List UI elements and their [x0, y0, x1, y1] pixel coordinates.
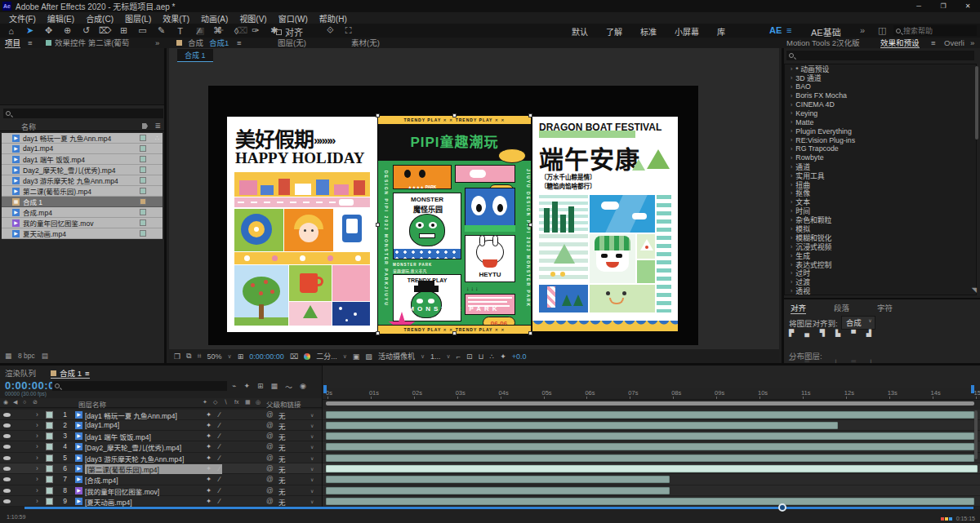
chevron-down-icon[interactable]: ∨	[310, 412, 314, 418]
effects-category-row[interactable]: ›抠像	[785, 188, 976, 197]
zoom-level-dropdown[interactable]: 50%	[207, 352, 222, 361]
fast-previews-icon[interactable]: ⊡	[466, 352, 473, 361]
expander-icon[interactable]: ›	[791, 66, 792, 72]
frame-blend-switch-icon[interactable]: ✦	[206, 475, 212, 483]
effects-category-row[interactable]: ›RE:Vision Plug-ins	[785, 135, 976, 144]
roto-brush-tool-icon[interactable]: ✑	[246, 25, 265, 36]
visibility-eye-icon[interactable]	[3, 499, 11, 503]
chevron-down-icon[interactable]: ∨	[310, 499, 314, 504]
tab-motion-tools[interactable]: Motion Tools 2汉化版	[786, 38, 860, 48]
parent-dropdown[interactable]: 无	[278, 432, 286, 441]
timeline-layer-row[interactable]: ›9▶[夏天动画.mp4]✦∕@无∨	[0, 496, 322, 507]
project-search-box[interactable]	[3, 109, 163, 118]
expander-icon[interactable]: ›	[791, 119, 792, 125]
timeline-track-row[interactable]	[323, 496, 980, 507]
timeline-layer-row[interactable]: ›6▶[第二课(葡萄乐园).mp4]✦∕@无∨	[0, 463, 322, 474]
expander-icon[interactable]: ›	[791, 262, 792, 268]
flowchart-icon[interactable]: ∴	[490, 352, 495, 361]
grid-guides-icon[interactable]: ⊞	[238, 352, 244, 361]
snap-option[interactable]: 对齐	[276, 25, 303, 38]
selection-handle[interactable]	[528, 223, 532, 227]
timeline-track-row[interactable]	[323, 431, 980, 441]
effects-category-row[interactable]: ›表达式控制	[785, 260, 976, 269]
timeline-layer-row[interactable]: ›4▶[Day2_摩天轮_雪儿(优秀).mp4]✦∕@无∨	[0, 441, 322, 452]
viewer-comp-tab[interactable]: 合成 1	[177, 49, 213, 62]
effects-category-row[interactable]: ›Boris FX Mocha	[785, 91, 976, 100]
quality-switch-icon[interactable]: ∕	[219, 454, 220, 462]
expand-arrow-icon[interactable]: ›	[36, 432, 38, 440]
project-item-row[interactable]: ▶夏天动画.mp4	[2, 228, 163, 239]
always-preview-icon[interactable]: ❐	[174, 352, 180, 361]
project-panel-menu-icon[interactable]: ≡	[28, 38, 33, 48]
pickwhip-icon[interactable]: @	[266, 486, 274, 494]
expander-icon[interactable]: ›	[791, 217, 792, 223]
label-color-swatch[interactable]	[140, 145, 146, 152]
parent-dropdown[interactable]: 无	[278, 442, 286, 452]
label-color-swatch[interactable]	[140, 188, 146, 194]
expander-icon[interactable]: ›	[791, 93, 792, 99]
chevron-down-icon[interactable]: ∨	[310, 488, 314, 494]
label-color-swatch[interactable]	[46, 487, 53, 494]
expander-icon[interactable]: ›	[791, 75, 792, 81]
frame-blend-switch-icon[interactable]: ✦	[206, 486, 212, 494]
visibility-eye-icon[interactable]	[3, 477, 11, 481]
chevron-down-icon[interactable]: ∨	[310, 455, 314, 461]
expander-icon[interactable]: ›	[791, 190, 792, 196]
poster-pipi-trendy-play[interactable]: TRENDY PLAY ✕ ✕ TRENDY PLAY ✕ ✕ PIPI童趣潮玩…	[378, 116, 531, 334]
expand-arrow-icon[interactable]: ›	[36, 442, 38, 450]
layer-duration-bar[interactable]	[326, 487, 670, 494]
expander-icon[interactable]: ›	[791, 244, 792, 250]
workspace-overflow-icon[interactable]: »	[860, 25, 865, 35]
label-color-swatch[interactable]	[46, 454, 53, 462]
workspace-ae-basics[interactable]: AE基础	[811, 25, 841, 38]
layer-duration-bar[interactable]	[326, 422, 838, 429]
parent-dropdown[interactable]: 无	[278, 497, 286, 507]
parent-dropdown[interactable]: 无	[278, 486, 286, 496]
expander-icon[interactable]: ›	[791, 270, 792, 276]
expand-arrow-icon[interactable]: ›	[36, 464, 38, 472]
tab-composition-name[interactable]: 合成1	[209, 38, 229, 48]
tab-render-queue[interactable]: 渲染队列	[5, 367, 36, 379]
type-tool-icon[interactable]: T	[171, 26, 189, 36]
effects-search-input[interactable]	[796, 51, 960, 60]
work-area-start-handle[interactable]	[323, 385, 327, 393]
expand-arrow-icon[interactable]: ›	[36, 454, 38, 462]
expand-arrow-icon[interactable]: ›	[36, 497, 38, 505]
expander-icon[interactable]: ›	[791, 226, 792, 232]
layer-duration-bar[interactable]	[326, 443, 974, 450]
effects-category-row[interactable]: ›CINEMA 4D	[785, 100, 976, 109]
project-item-row[interactable]: ▶合成.mp4	[2, 207, 163, 218]
shape-tool-icon[interactable]: ▭	[133, 25, 152, 36]
label-color-swatch[interactable]	[46, 443, 53, 450]
pickwhip-icon[interactable]: @	[266, 475, 274, 483]
quality-switch-icon[interactable]: ∕	[219, 497, 220, 505]
reset-exposure-icon[interactable]: ✦	[500, 352, 506, 361]
tab-paragraph[interactable]: 段落	[834, 302, 849, 314]
label-color-swatch[interactable]	[140, 198, 146, 205]
expander-icon[interactable]: ›	[791, 102, 792, 108]
timeline-layer-row[interactable]: ›8▶[我的童年回忆图鉴.mov]✦∕@无∨	[0, 485, 322, 496]
label-color-swatch[interactable]	[46, 476, 53, 483]
label-color-swatch[interactable]	[46, 465, 53, 472]
work-area-bar[interactable]	[326, 401, 974, 406]
effects-category-row[interactable]: ›过渡	[785, 277, 976, 286]
visibility-eye-icon[interactable]	[3, 489, 11, 493]
pen-tool-icon[interactable]: ✎	[152, 25, 171, 36]
project-item-row[interactable]: ▶day1.mp4	[2, 144, 163, 154]
label-color-swatch[interactable]	[46, 422, 53, 429]
menu-item-1[interactable]: 编辑(E)	[42, 12, 80, 24]
bit-depth-label[interactable]: 8 bpc	[18, 352, 35, 360]
project-item-row[interactable]: ▶day1 畅玩一夏 九鱼Ann.mp4∴	[2, 133, 163, 144]
timeline-search-input[interactable]	[62, 382, 217, 390]
layer-name[interactable]: [day1 畅玩一夏 九鱼Ann.mp4]	[85, 410, 222, 420]
visibility-eye-icon[interactable]	[3, 445, 11, 449]
align-button-4[interactable]: ▀	[851, 330, 856, 337]
work-area-end-handle[interactable]	[971, 385, 974, 393]
expand-arrow-icon[interactable]: ›	[36, 475, 38, 483]
timeline-track-row[interactable]	[323, 485, 980, 496]
chevron-down-icon[interactable]: ∨	[310, 433, 314, 439]
timeline-track-row[interactable]	[323, 474, 980, 485]
comp-panel-menu-icon[interactable]: ≡	[237, 38, 242, 48]
timeline-track-row[interactable]	[323, 463, 980, 474]
layer-name-column-header[interactable]: 图层名称	[78, 399, 106, 409]
